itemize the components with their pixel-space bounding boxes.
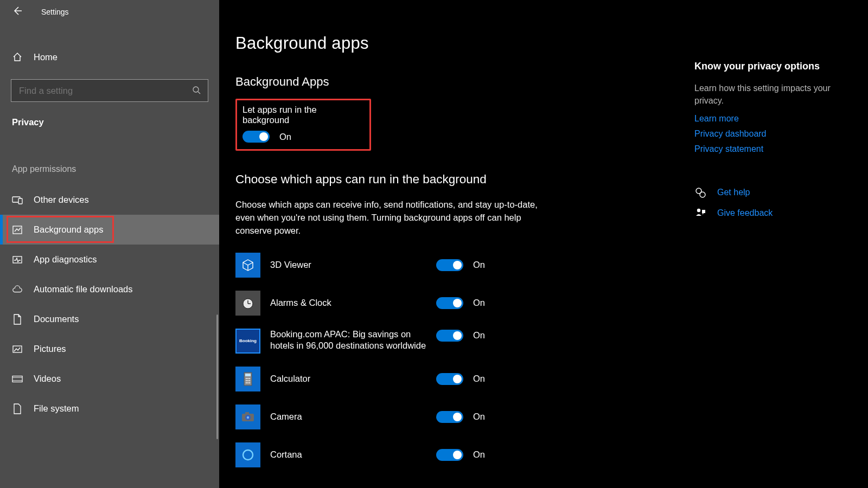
app-toggle-state: On xyxy=(473,298,485,308)
back-button[interactable] xyxy=(12,5,23,18)
sidebar-item-label: Pictures xyxy=(34,344,66,354)
sidebar-item-auto-downloads[interactable]: Automatic file downloads xyxy=(0,274,219,304)
svg-point-34 xyxy=(243,450,253,460)
app-name: Cortana xyxy=(270,449,433,460)
pictures-icon xyxy=(12,344,23,355)
app-icon-alarms xyxy=(235,291,260,316)
sidebar: Settings Home Privacy App permissions Ot… xyxy=(0,0,219,488)
svg-point-32 xyxy=(247,416,249,419)
master-toggle[interactable] xyxy=(242,131,270,143)
app-toggle-state: On xyxy=(473,330,485,341)
sidebar-item-videos[interactable]: Videos xyxy=(0,364,219,394)
app-icon-booking: Booking xyxy=(235,329,260,354)
app-toggle-state: On xyxy=(473,260,485,270)
link-get-help[interactable]: Get help xyxy=(717,186,750,199)
app-toggle-booking[interactable] xyxy=(436,330,463,342)
svg-point-23 xyxy=(249,377,251,379)
svg-rect-33 xyxy=(245,412,249,414)
section-description: Choose which apps can receive info, send… xyxy=(235,198,539,237)
svg-rect-13 xyxy=(12,376,22,382)
svg-point-24 xyxy=(246,380,247,381)
app-icon-calculator xyxy=(235,367,260,391)
privacy-options-desc: Learn how this setting impacts your priv… xyxy=(694,82,851,107)
search-input[interactable] xyxy=(11,79,208,102)
sidebar-item-label: Videos xyxy=(34,374,61,384)
app-toggle-state: On xyxy=(473,412,485,422)
app-list: 3D Viewer On Alarms & Clock On Booking B… xyxy=(235,253,868,467)
app-row-alarms: Alarms & Clock On xyxy=(235,291,868,316)
master-toggle-state: On xyxy=(279,132,291,142)
sidebar-item-label: Background apps xyxy=(34,224,103,235)
link-privacy-dashboard[interactable]: Privacy dashboard xyxy=(694,127,851,140)
sidebar-category: App permissions xyxy=(0,164,219,174)
right-panel: Know your privacy options Learn how this… xyxy=(694,0,868,220)
app-toggle-state: On xyxy=(473,374,485,384)
svg-point-6 xyxy=(193,87,199,92)
sidebar-item-other-devices[interactable]: Other devices xyxy=(0,185,219,215)
privacy-options-heading: Know your privacy options xyxy=(694,61,851,72)
app-toggle-cortana[interactable] xyxy=(436,449,463,461)
app-name: Booking.com APAC: Big savings on hotels … xyxy=(270,329,433,352)
sidebar-scrollbar[interactable] xyxy=(216,314,218,439)
app-toggle-camera[interactable] xyxy=(436,411,463,423)
app-row-3d-viewer: 3D Viewer On xyxy=(235,253,868,278)
videos-icon xyxy=(12,374,23,384)
master-toggle-label: Let apps run in the background xyxy=(242,105,362,125)
sidebar-home[interactable]: Home xyxy=(0,42,219,72)
sidebar-item-file-system[interactable]: File system xyxy=(0,394,219,423)
help-icon xyxy=(694,187,706,198)
sidebar-item-label: File system xyxy=(34,403,79,414)
app-name: Alarms & Clock xyxy=(270,297,433,309)
svg-point-25 xyxy=(247,380,249,381)
sidebar-home-label: Home xyxy=(34,52,58,62)
svg-point-37 xyxy=(697,209,700,212)
app-name: 3D Viewer xyxy=(270,259,433,271)
app-toggle-3d-viewer[interactable] xyxy=(436,259,463,271)
app-icon-3d-viewer xyxy=(235,253,260,278)
sidebar-item-background-apps[interactable]: Background apps xyxy=(0,215,219,245)
link-give-feedback[interactable]: Give feedback xyxy=(717,207,773,220)
feedback-icon xyxy=(694,207,706,219)
svg-point-27 xyxy=(246,382,247,383)
app-row-cortana: Cortana On xyxy=(235,442,868,467)
svg-point-29 xyxy=(249,382,251,383)
app-toggle-calculator[interactable] xyxy=(436,373,463,385)
sidebar-item-label: App diagnostics xyxy=(34,254,97,265)
diagnostics-icon xyxy=(12,254,23,265)
document-icon xyxy=(12,314,23,325)
sidebar-item-app-diagnostics[interactable]: App diagnostics xyxy=(0,245,219,274)
sidebar-item-label: Other devices xyxy=(34,195,89,205)
sidebar-nav: Other devices Background apps App diagno… xyxy=(0,185,219,423)
link-learn-more[interactable]: Learn more xyxy=(694,112,851,125)
svg-rect-10 xyxy=(13,226,22,234)
svg-rect-20 xyxy=(245,374,251,376)
sidebar-section: Privacy xyxy=(0,117,219,127)
sidebar-item-documents[interactable]: Documents xyxy=(0,304,219,334)
app-row-camera: Camera On xyxy=(235,404,868,429)
sidebar-item-label: Automatic file downloads xyxy=(34,284,133,294)
app-name: Calculator xyxy=(270,373,433,384)
home-icon xyxy=(12,52,23,62)
app-icon-cortana xyxy=(235,442,260,467)
svg-line-7 xyxy=(198,92,200,94)
file-icon xyxy=(12,403,23,414)
svg-point-26 xyxy=(249,380,251,381)
link-privacy-statement[interactable]: Privacy statement xyxy=(694,143,851,156)
master-toggle-block: Let apps run in the background On xyxy=(235,99,371,151)
svg-point-28 xyxy=(247,382,249,383)
devices-icon xyxy=(12,195,23,206)
cloud-icon xyxy=(12,284,23,295)
svg-point-22 xyxy=(247,377,249,379)
svg-point-21 xyxy=(246,377,247,379)
app-icon-camera xyxy=(235,404,260,429)
app-row-booking: Booking Booking.com APAC: Big savings on… xyxy=(235,329,868,354)
app-toggle-state: On xyxy=(473,450,485,460)
svg-rect-9 xyxy=(18,198,22,204)
app-name: Camera xyxy=(270,411,433,422)
app-row-calculator: Calculator On xyxy=(235,367,868,391)
app-toggle-alarms[interactable] xyxy=(436,297,463,309)
sidebar-item-label: Documents xyxy=(34,314,79,324)
svg-point-36 xyxy=(700,192,705,197)
background-apps-icon xyxy=(12,224,23,235)
sidebar-item-pictures[interactable]: Pictures xyxy=(0,334,219,364)
